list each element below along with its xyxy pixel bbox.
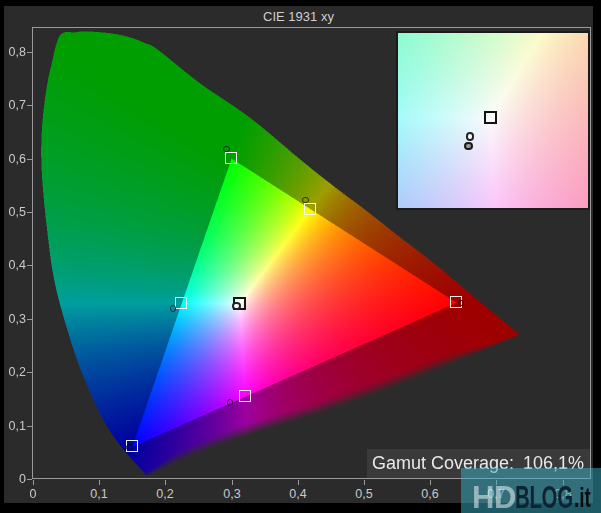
measured-point-green	[223, 146, 229, 152]
y-tick-label: 0	[2, 473, 26, 486]
reference-point-green	[225, 152, 237, 164]
y-tick	[27, 105, 32, 106]
y-tick	[27, 372, 32, 373]
y-tick-label: 0,6	[2, 153, 26, 166]
x-tick	[364, 480, 365, 485]
x-tick	[99, 480, 100, 485]
y-tick	[27, 52, 32, 53]
measured-point-white	[232, 302, 241, 311]
y-tick	[27, 479, 32, 480]
y-tick-label: 0,3	[2, 313, 26, 326]
y-tick	[27, 212, 32, 213]
x-tick-label: 0,1	[84, 488, 114, 501]
x-tick-label: 0	[18, 488, 48, 501]
y-tick	[27, 265, 32, 266]
x-tick-label: 0,3	[217, 488, 247, 501]
measured-point-blue	[126, 444, 132, 450]
watermark-blog: BLOG	[515, 478, 573, 513]
watermark-hd: HD	[472, 478, 516, 513]
x-tick-label: 0,4	[283, 488, 313, 501]
y-tick-label: 0,2	[2, 366, 26, 379]
x-tick	[430, 480, 431, 485]
screenshot-root: { "window": { "title": "CIE 1931 xy" }, …	[0, 0, 601, 513]
measured-point-cyan	[170, 305, 176, 311]
app-panel: CIE 1931 xy 00,10,20,30,40,50,60,70,800,…	[4, 6, 593, 503]
x-tick	[33, 480, 34, 485]
x-tick-label: 0,5	[349, 488, 379, 501]
y-tick-label: 0,4	[2, 259, 26, 272]
inset-target-square	[484, 111, 497, 124]
x-tick-label: 0,6	[415, 488, 445, 501]
x-tick	[298, 480, 299, 485]
reference-point-yellow	[304, 203, 316, 215]
y-tick	[27, 426, 32, 427]
x-tick	[232, 480, 233, 485]
x-tick-label: 0,2	[150, 488, 180, 501]
chart-title: CIE 1931 xy	[4, 9, 593, 24]
y-tick	[27, 319, 32, 320]
y-tick-label: 0,8	[2, 46, 26, 59]
y-tick-label: 0,1	[2, 420, 26, 433]
y-tick-label: 0,5	[2, 206, 26, 219]
inset-measured-point-1	[466, 132, 475, 141]
y-tick-label: 0,7	[2, 99, 26, 112]
reference-point-magenta	[239, 390, 251, 402]
hdblog-watermark-text: HDBLOG.it	[461, 478, 601, 513]
watermark-it: .it	[574, 478, 591, 513]
hdblog-watermark: HDBLOG.it	[461, 468, 601, 513]
measured-point-yellow	[302, 197, 308, 203]
y-tick	[27, 159, 32, 160]
x-tick	[165, 480, 166, 485]
reference-point-cyan	[175, 297, 187, 309]
